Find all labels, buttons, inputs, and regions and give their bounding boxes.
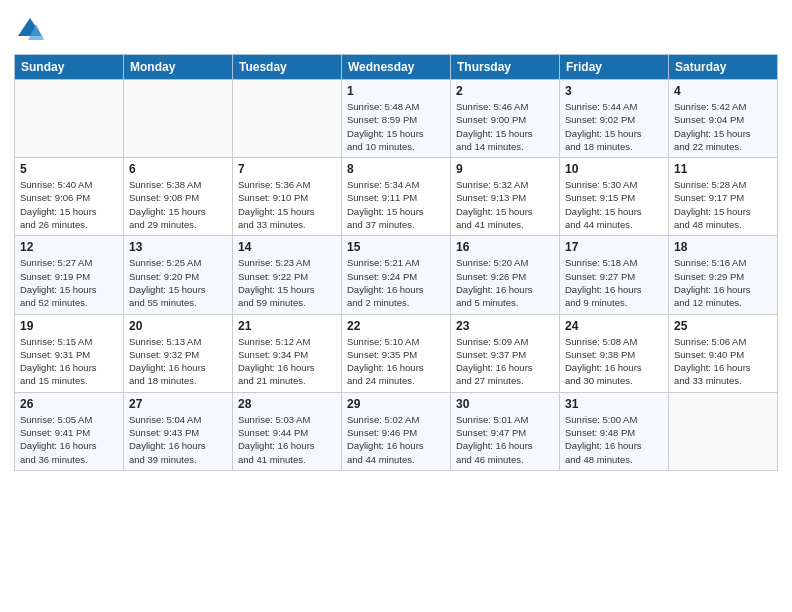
calendar-cell: 20Sunrise: 5:13 AM Sunset: 9:32 PM Dayli…: [124, 314, 233, 392]
day-number: 12: [20, 240, 118, 254]
weekday-header-thursday: Thursday: [451, 55, 560, 80]
day-info: Sunrise: 5:18 AM Sunset: 9:27 PM Dayligh…: [565, 256, 663, 309]
calendar-cell: [233, 80, 342, 158]
day-info: Sunrise: 5:34 AM Sunset: 9:11 PM Dayligh…: [347, 178, 445, 231]
day-number: 11: [674, 162, 772, 176]
weekday-header-friday: Friday: [560, 55, 669, 80]
day-info: Sunrise: 5:10 AM Sunset: 9:35 PM Dayligh…: [347, 335, 445, 388]
weekday-header-wednesday: Wednesday: [342, 55, 451, 80]
day-info: Sunrise: 5:13 AM Sunset: 9:32 PM Dayligh…: [129, 335, 227, 388]
calendar-cell: 15Sunrise: 5:21 AM Sunset: 9:24 PM Dayli…: [342, 236, 451, 314]
calendar-week-row: 19Sunrise: 5:15 AM Sunset: 9:31 PM Dayli…: [15, 314, 778, 392]
calendar-cell: 29Sunrise: 5:02 AM Sunset: 9:46 PM Dayli…: [342, 392, 451, 470]
weekday-header-row: SundayMondayTuesdayWednesdayThursdayFrid…: [15, 55, 778, 80]
day-number: 14: [238, 240, 336, 254]
day-info: Sunrise: 5:02 AM Sunset: 9:46 PM Dayligh…: [347, 413, 445, 466]
day-info: Sunrise: 5:42 AM Sunset: 9:04 PM Dayligh…: [674, 100, 772, 153]
day-number: 30: [456, 397, 554, 411]
calendar-cell: [669, 392, 778, 470]
calendar-cell: 1Sunrise: 5:48 AM Sunset: 8:59 PM Daylig…: [342, 80, 451, 158]
day-info: Sunrise: 5:36 AM Sunset: 9:10 PM Dayligh…: [238, 178, 336, 231]
logo: [14, 14, 50, 46]
calendar-cell: 21Sunrise: 5:12 AM Sunset: 9:34 PM Dayli…: [233, 314, 342, 392]
calendar-cell: 24Sunrise: 5:08 AM Sunset: 9:38 PM Dayli…: [560, 314, 669, 392]
day-number: 17: [565, 240, 663, 254]
day-number: 28: [238, 397, 336, 411]
calendar-cell: [124, 80, 233, 158]
day-info: Sunrise: 5:46 AM Sunset: 9:00 PM Dayligh…: [456, 100, 554, 153]
calendar-cell: 4Sunrise: 5:42 AM Sunset: 9:04 PM Daylig…: [669, 80, 778, 158]
logo-icon: [14, 14, 46, 46]
calendar-cell: 9Sunrise: 5:32 AM Sunset: 9:13 PM Daylig…: [451, 158, 560, 236]
day-number: 5: [20, 162, 118, 176]
day-info: Sunrise: 5:27 AM Sunset: 9:19 PM Dayligh…: [20, 256, 118, 309]
calendar-cell: [15, 80, 124, 158]
day-info: Sunrise: 5:08 AM Sunset: 9:38 PM Dayligh…: [565, 335, 663, 388]
page: SundayMondayTuesdayWednesdayThursdayFrid…: [0, 0, 792, 612]
day-number: 7: [238, 162, 336, 176]
day-info: Sunrise: 5:12 AM Sunset: 9:34 PM Dayligh…: [238, 335, 336, 388]
calendar-cell: 28Sunrise: 5:03 AM Sunset: 9:44 PM Dayli…: [233, 392, 342, 470]
weekday-header-monday: Monday: [124, 55, 233, 80]
day-info: Sunrise: 5:25 AM Sunset: 9:20 PM Dayligh…: [129, 256, 227, 309]
calendar-cell: 5Sunrise: 5:40 AM Sunset: 9:06 PM Daylig…: [15, 158, 124, 236]
day-number: 10: [565, 162, 663, 176]
weekday-header-sunday: Sunday: [15, 55, 124, 80]
day-number: 3: [565, 84, 663, 98]
calendar-cell: 2Sunrise: 5:46 AM Sunset: 9:00 PM Daylig…: [451, 80, 560, 158]
calendar-cell: 17Sunrise: 5:18 AM Sunset: 9:27 PM Dayli…: [560, 236, 669, 314]
day-info: Sunrise: 5:16 AM Sunset: 9:29 PM Dayligh…: [674, 256, 772, 309]
day-info: Sunrise: 5:32 AM Sunset: 9:13 PM Dayligh…: [456, 178, 554, 231]
calendar-cell: 25Sunrise: 5:06 AM Sunset: 9:40 PM Dayli…: [669, 314, 778, 392]
day-info: Sunrise: 5:04 AM Sunset: 9:43 PM Dayligh…: [129, 413, 227, 466]
day-info: Sunrise: 5:48 AM Sunset: 8:59 PM Dayligh…: [347, 100, 445, 153]
day-info: Sunrise: 5:21 AM Sunset: 9:24 PM Dayligh…: [347, 256, 445, 309]
day-number: 21: [238, 319, 336, 333]
day-number: 26: [20, 397, 118, 411]
calendar-cell: 18Sunrise: 5:16 AM Sunset: 9:29 PM Dayli…: [669, 236, 778, 314]
day-number: 9: [456, 162, 554, 176]
day-info: Sunrise: 5:20 AM Sunset: 9:26 PM Dayligh…: [456, 256, 554, 309]
calendar-cell: 8Sunrise: 5:34 AM Sunset: 9:11 PM Daylig…: [342, 158, 451, 236]
day-info: Sunrise: 5:06 AM Sunset: 9:40 PM Dayligh…: [674, 335, 772, 388]
day-number: 6: [129, 162, 227, 176]
day-number: 8: [347, 162, 445, 176]
calendar-cell: 10Sunrise: 5:30 AM Sunset: 9:15 PM Dayli…: [560, 158, 669, 236]
calendar-cell: 14Sunrise: 5:23 AM Sunset: 9:22 PM Dayli…: [233, 236, 342, 314]
day-number: 25: [674, 319, 772, 333]
day-number: 24: [565, 319, 663, 333]
calendar-cell: 13Sunrise: 5:25 AM Sunset: 9:20 PM Dayli…: [124, 236, 233, 314]
day-number: 15: [347, 240, 445, 254]
day-info: Sunrise: 5:03 AM Sunset: 9:44 PM Dayligh…: [238, 413, 336, 466]
day-info: Sunrise: 5:01 AM Sunset: 9:47 PM Dayligh…: [456, 413, 554, 466]
day-number: 13: [129, 240, 227, 254]
day-number: 22: [347, 319, 445, 333]
day-info: Sunrise: 5:00 AM Sunset: 9:48 PM Dayligh…: [565, 413, 663, 466]
day-info: Sunrise: 5:38 AM Sunset: 9:08 PM Dayligh…: [129, 178, 227, 231]
calendar-cell: 26Sunrise: 5:05 AM Sunset: 9:41 PM Dayli…: [15, 392, 124, 470]
day-number: 18: [674, 240, 772, 254]
day-info: Sunrise: 5:05 AM Sunset: 9:41 PM Dayligh…: [20, 413, 118, 466]
calendar-week-row: 1Sunrise: 5:48 AM Sunset: 8:59 PM Daylig…: [15, 80, 778, 158]
day-number: 19: [20, 319, 118, 333]
calendar-week-row: 12Sunrise: 5:27 AM Sunset: 9:19 PM Dayli…: [15, 236, 778, 314]
day-info: Sunrise: 5:28 AM Sunset: 9:17 PM Dayligh…: [674, 178, 772, 231]
day-number: 31: [565, 397, 663, 411]
day-info: Sunrise: 5:30 AM Sunset: 9:15 PM Dayligh…: [565, 178, 663, 231]
day-info: Sunrise: 5:15 AM Sunset: 9:31 PM Dayligh…: [20, 335, 118, 388]
calendar-cell: 16Sunrise: 5:20 AM Sunset: 9:26 PM Dayli…: [451, 236, 560, 314]
calendar-cell: 30Sunrise: 5:01 AM Sunset: 9:47 PM Dayli…: [451, 392, 560, 470]
day-number: 27: [129, 397, 227, 411]
header: [14, 10, 778, 46]
calendar-cell: 6Sunrise: 5:38 AM Sunset: 9:08 PM Daylig…: [124, 158, 233, 236]
calendar-week-row: 5Sunrise: 5:40 AM Sunset: 9:06 PM Daylig…: [15, 158, 778, 236]
calendar-cell: 31Sunrise: 5:00 AM Sunset: 9:48 PM Dayli…: [560, 392, 669, 470]
day-info: Sunrise: 5:23 AM Sunset: 9:22 PM Dayligh…: [238, 256, 336, 309]
calendar-cell: 7Sunrise: 5:36 AM Sunset: 9:10 PM Daylig…: [233, 158, 342, 236]
weekday-header-tuesday: Tuesday: [233, 55, 342, 80]
day-number: 23: [456, 319, 554, 333]
calendar-cell: 12Sunrise: 5:27 AM Sunset: 9:19 PM Dayli…: [15, 236, 124, 314]
day-info: Sunrise: 5:09 AM Sunset: 9:37 PM Dayligh…: [456, 335, 554, 388]
weekday-header-saturday: Saturday: [669, 55, 778, 80]
day-number: 4: [674, 84, 772, 98]
